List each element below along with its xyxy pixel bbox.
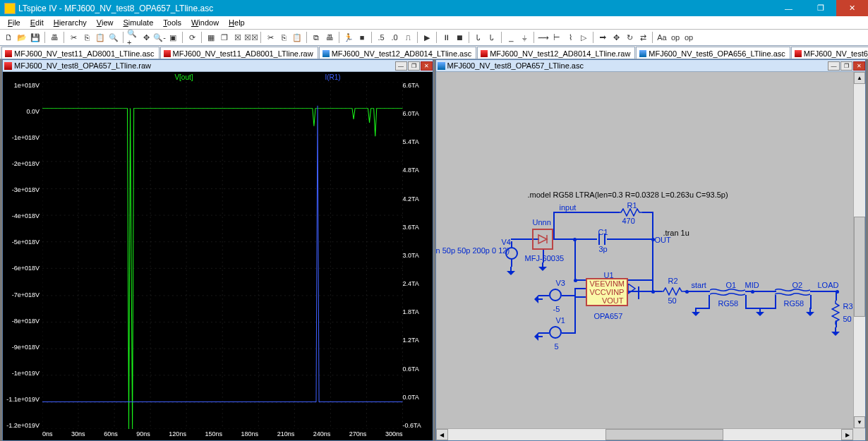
doc-tab-5[interactable]: MFJ600_NV_test6_OPA656_LTline.raw bbox=[791, 47, 868, 59]
toolbar-halt1-icon[interactable]: ⏸ bbox=[440, 32, 452, 43]
toolbar-195-icon[interactable]: .0 bbox=[389, 32, 400, 43]
schematic-canvas[interactable]: .model RG58 LTRA(len=0.3 R=0.0328 L=0.26… bbox=[436, 72, 866, 440]
toolbar-copy2-icon[interactable]: ⎘ bbox=[278, 32, 289, 43]
y-axis-right[interactable]: 6.6TA6.0TA5.4TA4.8TA4.2TA3.6TA3.0TA2.4TA… bbox=[403, 82, 431, 429]
toolbar-cut-icon[interactable]: ✂ bbox=[68, 32, 79, 43]
doc-tab-1[interactable]: MFJ600_NV_test11_AD8001_LTline.raw bbox=[160, 47, 318, 59]
v1-refdes[interactable]: V1 bbox=[556, 316, 565, 325]
vscroll-thumb[interactable] bbox=[854, 217, 865, 316]
v4-refdes[interactable]: V4 bbox=[502, 238, 511, 246]
close-button[interactable]: ✕ bbox=[836, 0, 868, 16]
toolbar-zoom-out-icon[interactable]: 🔍- bbox=[154, 32, 165, 43]
v3-value[interactable]: -5 bbox=[553, 305, 560, 313]
vscroll-up-arrow-icon[interactable]: ▲ bbox=[854, 72, 865, 84]
toolbar-save-icon[interactable]: 💾 bbox=[30, 32, 41, 43]
toolbar-print2-icon[interactable]: 🖶 bbox=[324, 32, 335, 43]
toolbar-dup-icon[interactable]: ⧉ bbox=[311, 32, 322, 43]
menu-help[interactable]: Help bbox=[224, 17, 250, 28]
maximize-button[interactable]: ❐ bbox=[804, 0, 836, 16]
toolbar-165-icon[interactable]: .5 bbox=[375, 32, 387, 43]
r2-refdes[interactable]: R2 bbox=[668, 277, 678, 285]
toolbar-wire-icon[interactable]: ⎯ bbox=[505, 32, 517, 43]
toolbar-zoom-fit-icon[interactable]: ▣ bbox=[167, 32, 179, 43]
spice-model-directive[interactable]: .model RG58 LTRA(len=0.3 R=0.0328 L=0.26… bbox=[528, 191, 728, 199]
toolbar-print-icon[interactable]: 🖶 bbox=[49, 32, 60, 43]
menu-hierarchy[interactable]: Hierarchy bbox=[49, 17, 92, 28]
o1-component[interactable] bbox=[710, 286, 745, 298]
r1-component[interactable] bbox=[618, 208, 642, 217]
toolbar-sim-icon[interactable]: ▶ bbox=[421, 32, 433, 43]
minimize-button[interactable]: — bbox=[773, 0, 804, 16]
toolbar-close-win-icon[interactable]: ☒ bbox=[232, 32, 243, 43]
toolbar-stop-icon[interactable]: ■ bbox=[356, 32, 368, 43]
schematic-max-button[interactable]: ❐ bbox=[840, 61, 852, 71]
schematic-min-button[interactable]: — bbox=[828, 61, 840, 71]
toolbar-rot-icon[interactable]: ↻ bbox=[624, 32, 635, 43]
plot-area[interactable] bbox=[42, 82, 403, 429]
toolbar-cascade-icon[interactable]: ❐ bbox=[219, 32, 230, 43]
waveform-close-button[interactable]: ✕ bbox=[421, 61, 433, 71]
net-input[interactable]: input bbox=[560, 203, 577, 212]
menu-file[interactable]: File bbox=[3, 17, 25, 28]
toolbar-paste-icon[interactable]: 📋 bbox=[95, 32, 106, 43]
waveform-min-button[interactable]: — bbox=[395, 61, 407, 71]
v3-source[interactable] bbox=[549, 289, 562, 301]
schematic-hscrollbar[interactable]: ◀ ▶ bbox=[436, 428, 854, 440]
doc-tab-2[interactable]: MFJ600_NV_test12_AD8014_LTline.asc bbox=[319, 47, 477, 59]
x-axis[interactable]: 0ns30ns60ns90ns120ns150ns180ns210ns240ns… bbox=[42, 430, 403, 439]
toolbar-open-icon[interactable]: 📂 bbox=[16, 32, 28, 43]
toolbar-find-icon[interactable]: 🔍 bbox=[108, 32, 119, 43]
schematic-close-button[interactable]: ✕ bbox=[853, 61, 865, 71]
toolbar-new-icon[interactable]: 🗋 bbox=[3, 32, 14, 43]
net-mid[interactable]: MID bbox=[745, 281, 759, 289]
toolbar-halt2-icon[interactable]: ⏹ bbox=[454, 32, 465, 43]
toolbar-zoom-in-icon[interactable]: 🔍+ bbox=[127, 32, 138, 43]
menu-window[interactable]: Window bbox=[186, 17, 224, 28]
o2-value[interactable]: RG58 bbox=[784, 299, 804, 308]
menu-edit[interactable]: Edit bbox=[25, 17, 49, 28]
net-load[interactable]: LOAD bbox=[818, 281, 839, 289]
v4-source[interactable] bbox=[505, 247, 518, 260]
toolbar-tile-icon[interactable]: ▦ bbox=[205, 32, 217, 43]
toolbar-autorange-icon[interactable]: ⟳ bbox=[186, 32, 198, 43]
toolbar-cap-icon[interactable]: ⊢ bbox=[551, 32, 562, 43]
r3-value[interactable]: 50 bbox=[843, 315, 852, 323]
toolbar-res-icon[interactable]: ⟿ bbox=[538, 32, 549, 43]
toolbar-text-icon[interactable]: Aa bbox=[656, 32, 668, 43]
toolbar-gnd2-icon[interactable]: ⏚ bbox=[519, 32, 530, 43]
unnn-value[interactable]: MFJ-60035 bbox=[525, 254, 565, 262]
toolbar-paste2-icon[interactable]: 📋 bbox=[291, 32, 303, 43]
toolbar-close-all-icon[interactable]: ☒☒ bbox=[246, 32, 257, 43]
u1-value[interactable]: OPA657 bbox=[594, 312, 623, 320]
toolbar-op-icon[interactable]: op bbox=[683, 32, 694, 43]
o2-component[interactable] bbox=[775, 286, 810, 298]
toolbar-cut2-icon[interactable]: ✂ bbox=[265, 32, 276, 43]
vscroll-down-arrow-icon[interactable]: ▼ bbox=[854, 416, 865, 428]
toolbar-label2-icon[interactable]: Ꮣ bbox=[486, 32, 498, 43]
menu-tools[interactable]: Tools bbox=[158, 17, 186, 28]
toolbar-move-icon[interactable]: ⮕ bbox=[597, 32, 608, 43]
y-axis-left[interactable]: 1e+018V0.0V-1e+018V-2e+018V-3e+018V-4e+0… bbox=[4, 82, 40, 429]
net-out[interactable]: OUT bbox=[655, 236, 671, 244]
v1-value[interactable]: 5 bbox=[555, 342, 559, 351]
doc-tab-4[interactable]: MFJ600_NV_test6_OPA656_LTline.asc bbox=[636, 47, 790, 59]
menu-simulate[interactable]: Simulate bbox=[118, 17, 158, 28]
schematic-vscrollbar[interactable]: ▲ ▼ bbox=[853, 72, 865, 428]
toolbar-label1-icon[interactable]: Ꮣ bbox=[473, 32, 484, 43]
c1-value[interactable]: 3p bbox=[599, 245, 608, 253]
u1-component[interactable]: VEEVINM VCCVINP VOUT bbox=[586, 278, 628, 306]
c1-component[interactable] bbox=[597, 234, 607, 245]
toolbar-225-icon[interactable]: ⎍ bbox=[402, 32, 414, 43]
v3-refdes[interactable]: V3 bbox=[556, 279, 565, 287]
waveform-plot[interactable]: V[out] I(R1) 1e+018V0.0V-1e+018V-2e+018V… bbox=[3, 72, 433, 440]
toolbar-copy-icon[interactable]: ⎘ bbox=[81, 32, 92, 43]
o1-value[interactable]: RG58 bbox=[718, 299, 739, 308]
hscroll-left-arrow-icon[interactable]: ◀ bbox=[436, 429, 448, 440]
toolbar-spice-icon[interactable]: op bbox=[670, 32, 681, 43]
toolbar-ind-icon[interactable]: ⌇ bbox=[565, 32, 576, 43]
toolbar-run-icon[interactable]: 🏃 bbox=[343, 32, 354, 43]
toolbar-mirror-icon[interactable]: ⇄ bbox=[637, 32, 649, 43]
r1-value[interactable]: 470 bbox=[622, 217, 635, 225]
r2-value[interactable]: 50 bbox=[668, 296, 677, 305]
trace-label-ir1[interactable]: I(R1) bbox=[325, 73, 340, 81]
